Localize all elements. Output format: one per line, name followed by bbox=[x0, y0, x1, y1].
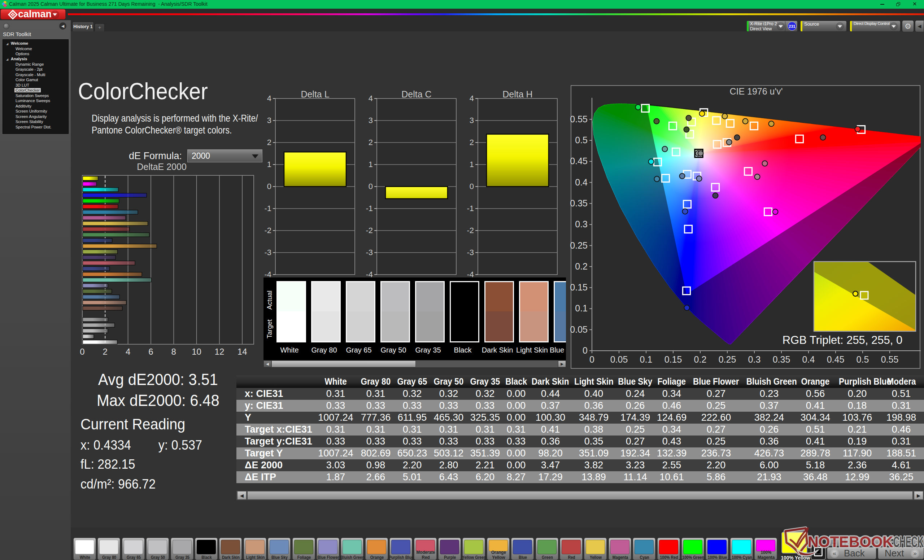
svg-text:0.35: 0.35 bbox=[773, 354, 790, 364]
svg-text:0.3: 0.3 bbox=[748, 354, 761, 364]
svg-text:0.2: 0.2 bbox=[694, 354, 707, 364]
svg-text:0.5: 0.5 bbox=[575, 135, 588, 145]
svg-text:0.45: 0.45 bbox=[570, 156, 588, 166]
svg-text:0.55: 0.55 bbox=[881, 354, 899, 364]
svg-text:RGB Triplet: 255, 255, 0: RGB Triplet: 255, 255, 0 bbox=[783, 334, 903, 346]
svg-text:0.4: 0.4 bbox=[802, 354, 815, 364]
svg-text:0: 0 bbox=[590, 354, 594, 364]
svg-text:0.05: 0.05 bbox=[610, 354, 628, 364]
svg-text:0.4: 0.4 bbox=[575, 177, 588, 187]
svg-text:CIE 1976 u'v': CIE 1976 u'v' bbox=[729, 86, 783, 96]
svg-text:0.45: 0.45 bbox=[827, 354, 844, 364]
svg-text:0: 0 bbox=[582, 345, 588, 355]
svg-text:0.55: 0.55 bbox=[570, 114, 588, 124]
svg-text:0.05: 0.05 bbox=[570, 324, 588, 334]
svg-text:0.15: 0.15 bbox=[664, 354, 682, 364]
svg-text:CHECK: CHECK bbox=[893, 533, 924, 550]
svg-text:0.15: 0.15 bbox=[570, 282, 588, 292]
svg-text:0.35: 0.35 bbox=[570, 198, 588, 208]
svg-text:0.1: 0.1 bbox=[640, 354, 652, 364]
svg-text:0.2: 0.2 bbox=[575, 261, 588, 271]
svg-text:0.3: 0.3 bbox=[575, 219, 588, 229]
svg-text:NOTEBOOK: NOTEBOOK bbox=[808, 533, 893, 550]
svg-text:0.25: 0.25 bbox=[718, 354, 736, 364]
svg-text:0.5: 0.5 bbox=[856, 354, 869, 364]
svg-text:0.25: 0.25 bbox=[570, 240, 588, 250]
svg-text:0.1: 0.1 bbox=[575, 303, 588, 313]
